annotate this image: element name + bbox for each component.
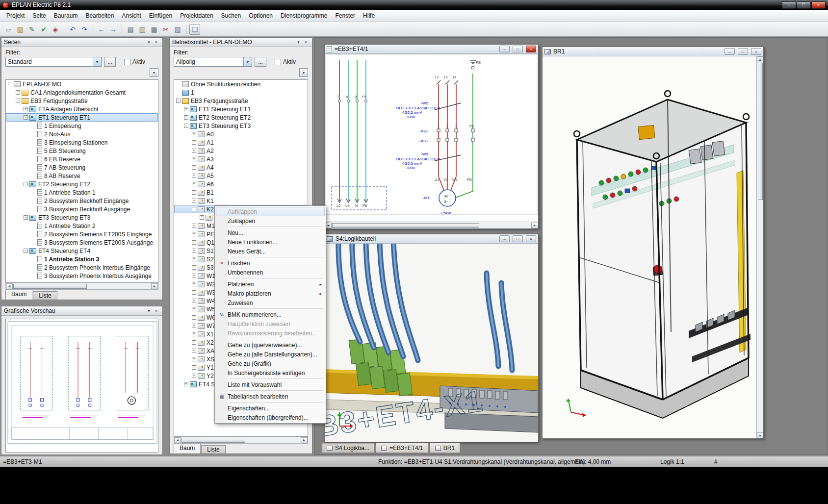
context-menu-item[interactable]: In Suchergebnisliste einfügen xyxy=(216,368,325,378)
schematic-canvas[interactable]: 789PEL2L3NPE121314PE-W2ÖLFLEX CLASSIC 11… xyxy=(325,54,538,222)
panel-pin-icon[interactable]: ▾ xyxy=(145,307,153,314)
menu-einfügen[interactable]: Einfügen xyxy=(145,11,176,21)
context-menu-item[interactable]: Gehe zu (Grafik) xyxy=(216,359,325,368)
tree-item[interactable]: +A3 xyxy=(174,155,308,163)
context-menu-item[interactable]: ▦Tabellarisch bearbeiten xyxy=(216,392,325,401)
tree-item[interactable]: 1 Antriebe Station 1 xyxy=(6,188,158,197)
expand-toggle-icon[interactable]: + xyxy=(192,265,196,270)
tab-baum[interactable]: Baum xyxy=(174,444,201,454)
tree-item[interactable]: +B1 xyxy=(174,188,308,197)
undo-icon[interactable]: ↶ xyxy=(67,24,78,35)
window-maximize-button[interactable]: □ xyxy=(797,1,811,9)
menu-projekt[interactable]: Projekt xyxy=(2,11,28,21)
collapse-toggle-icon[interactable]: - xyxy=(192,207,196,211)
expand-toggle-icon[interactable]: + xyxy=(192,232,196,236)
close-button[interactable]: × xyxy=(751,48,761,55)
tree-item[interactable]: +A2 xyxy=(174,147,308,155)
panel-options-button[interactable]: ▾ xyxy=(299,68,308,77)
expand-toggle-icon[interactable]: + xyxy=(192,332,196,336)
window-tab[interactable]: BR1 xyxy=(430,443,460,453)
panel-pin-icon[interactable]: ▾ xyxy=(145,39,153,46)
expand-toggle-icon[interactable]: + xyxy=(192,274,196,278)
panel-close-icon[interactable]: × xyxy=(302,39,310,46)
back-icon[interactable]: ← xyxy=(96,24,107,35)
tree-item[interactable]: +A1 xyxy=(174,138,308,147)
new-icon[interactable]: ▱ xyxy=(3,24,14,35)
scroll-right-icon[interactable]: ► xyxy=(531,223,538,228)
tab-baum[interactable]: Baum xyxy=(5,290,32,300)
expand-toggle-icon[interactable]: + xyxy=(192,290,196,295)
expand-toggle-icon[interactable]: + xyxy=(192,257,196,261)
tree-item[interactable]: 2 Bussystem Phoenix Interbus Eingänge xyxy=(6,263,158,272)
scroll-left-icon[interactable]: ◄ xyxy=(6,283,13,289)
tree-item[interactable]: -EB3 Fertigungsstraße xyxy=(174,97,308,105)
context-menu-item[interactable]: Zuweisen xyxy=(216,298,325,307)
expand-toggle-icon[interactable]: + xyxy=(184,382,188,386)
filter-combobox[interactable]: Allpolig ▼ xyxy=(174,57,252,67)
expand-toggle-icon[interactable]: + xyxy=(192,324,196,328)
context-menu-item[interactable]: Gehe zu (alle Darstellungsarten)... xyxy=(216,350,325,359)
filter-browse-button[interactable]: ... xyxy=(255,57,266,67)
tree-item[interactable]: +ETA Anlagen Übersicht xyxy=(6,105,158,113)
tree-item[interactable]: +ET2 Steuerung ET2 xyxy=(174,113,308,122)
context-menu-item[interactable]: Neu... xyxy=(216,228,325,237)
menu-optionen[interactable]: Optionen xyxy=(245,11,277,21)
expand-toggle-icon[interactable]: + xyxy=(192,240,196,245)
tree-item[interactable]: 3 Bussystem Phoenix Interbus Ausgänge xyxy=(6,272,158,280)
context-menu-item[interactable]: Eigenschaften... xyxy=(216,403,325,413)
collapse-toggle-icon[interactable]: - xyxy=(8,82,12,86)
tree-item[interactable]: 1 Einspeisung xyxy=(6,122,158,130)
seiten-tree-hscrollbar[interactable]: ◄ ► xyxy=(5,283,158,290)
tree-item[interactable]: -EB3 Fertigungsstraße xyxy=(6,97,158,105)
scroll-right-icon[interactable]: ► xyxy=(301,437,308,443)
expand-toggle-icon[interactable]: + xyxy=(192,307,196,311)
expand-toggle-icon[interactable]: + xyxy=(192,282,196,286)
minimize-button[interactable]: – xyxy=(724,48,735,55)
expand-toggle-icon[interactable]: + xyxy=(192,349,196,353)
tree-item[interactable]: 2 Bussystem Siemens ET200S Eingänge xyxy=(6,230,158,238)
chevron-down-icon[interactable]: ▼ xyxy=(243,57,252,66)
context-menu-item[interactable]: Umbenennen xyxy=(216,268,325,277)
minimize-button[interactable]: – xyxy=(499,235,510,242)
menu-fenster[interactable]: Fenster xyxy=(331,11,359,21)
br1-vscrollbar[interactable]: ▲ ▼ xyxy=(756,56,763,438)
context-menu-item[interactable]: Eigenschaften (übergreifend)... xyxy=(216,413,325,422)
expand-toggle-icon[interactable]: + xyxy=(200,215,204,220)
tree-item[interactable]: +A0 xyxy=(174,130,308,138)
logik-3d-canvas[interactable]: B3+ET4-X1 xyxy=(325,244,538,442)
restore-button[interactable]: □ xyxy=(738,48,748,55)
collapse-toggle-icon[interactable]: - xyxy=(16,99,20,103)
page-delete-icon[interactable]: ▦ xyxy=(149,24,159,35)
scroll-thumb[interactable] xyxy=(758,63,763,200)
tree-item[interactable]: 7 AB Steuerung xyxy=(6,163,158,172)
expand-toggle-icon[interactable]: + xyxy=(184,107,188,111)
redo-icon[interactable]: ↷ xyxy=(79,24,90,35)
context-menu-item[interactable]: Neues Gerät... xyxy=(216,247,325,256)
expand-toggle-icon[interactable]: + xyxy=(192,199,196,203)
tree-item[interactable]: -ET2 Steuerung ET2 xyxy=(6,180,158,188)
open-icon[interactable]: ▨ xyxy=(15,24,26,35)
tree-item[interactable]: 3 Bussystem Beckhoff Ausgänge xyxy=(6,205,158,213)
close-button[interactable]: × xyxy=(526,235,536,242)
tree-item[interactable]: -ET3 Steuerung ET3 xyxy=(6,213,158,222)
schematic-window-titlebar[interactable]: =EB3+ET4/1 – □ × xyxy=(325,45,538,54)
expand-toggle-icon[interactable]: + xyxy=(24,107,28,111)
restore-button[interactable]: □ xyxy=(513,46,523,52)
schematic-hscrollbar[interactable]: ◄ ► xyxy=(325,222,538,228)
betriebsmittel-tree-hscrollbar[interactable]: ◄ ► xyxy=(174,437,308,444)
expand-toggle-icon[interactable]: + xyxy=(192,190,196,195)
expand-toggle-icon[interactable]: + xyxy=(192,157,196,161)
window-tab[interactable]: S4:Logikba... xyxy=(321,443,375,453)
context-menu-item[interactable]: Makro platzieren▸ xyxy=(216,289,325,298)
tree-item[interactable]: 1 xyxy=(174,88,308,97)
expand-toggle-icon[interactable]: + xyxy=(192,140,196,145)
window-close-button[interactable]: × xyxy=(811,1,826,9)
collapse-toggle-icon[interactable]: - xyxy=(176,99,181,103)
expand-toggle-icon[interactable]: + xyxy=(192,340,196,345)
expand-toggle-icon[interactable]: + xyxy=(192,224,196,228)
expand-toggle-icon[interactable]: + xyxy=(192,357,196,361)
tree-item[interactable]: 5 EB Steuerung xyxy=(6,147,158,155)
scroll-left-icon[interactable]: ◄ xyxy=(174,437,181,443)
page-new-icon[interactable]: ▥ xyxy=(137,24,148,35)
tree-item[interactable]: Ohne Strukturkennzeichen xyxy=(174,80,308,88)
